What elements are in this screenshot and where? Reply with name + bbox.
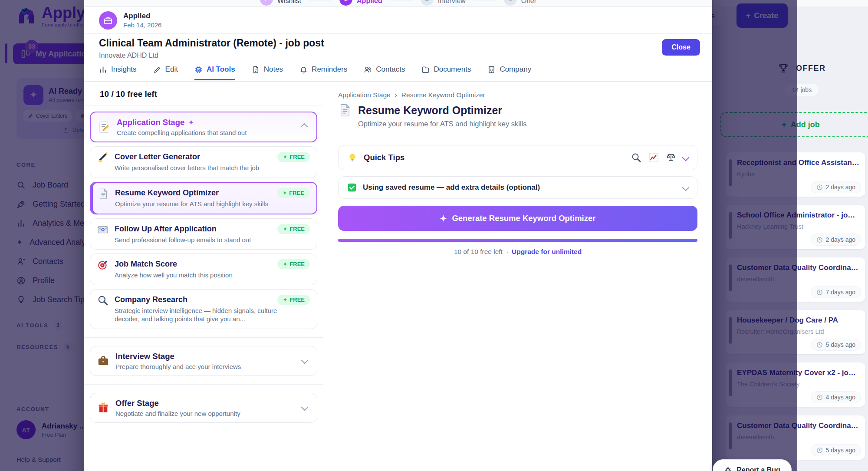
tool-job-match-score[interactable]: Job Match Score ✦FREE Analyze how well y… — [90, 254, 317, 285]
credits-progress-bar — [338, 239, 697, 242]
tool-resume-keyword-optimizer[interactable]: Resume Keyword Optimizer ✦FREE Optimize … — [90, 182, 317, 214]
stage-stepper: ✓ Wishlist 2 Applied 3 Interview 4 Offer — [84, 0, 712, 7]
interview-stage-accordion[interactable]: Interview Stage Prepare thoroughly and a… — [90, 346, 317, 376]
report-bug-button[interactable]: Report a Bug — [713, 459, 792, 471]
tab-contacts[interactable]: Contacts — [364, 65, 405, 79]
step-connector — [390, 0, 413, 0]
users-icon — [364, 66, 372, 74]
app-screen: Applya From apply to offer. 33 My Applic… — [0, 0, 868, 471]
free-badge: ✦FREE — [277, 152, 310, 162]
check-box-icon — [347, 183, 357, 192]
breadcrumb-separator: › — [395, 91, 397, 99]
tool-company-research[interactable]: Company Research ✦FREE Strategic intervi… — [90, 289, 317, 329]
briefcase-icon — [99, 11, 117, 30]
clock-icon — [816, 184, 823, 191]
clock-icon — [816, 342, 823, 348]
page-icon — [98, 188, 109, 199]
upgrade-link[interactable]: Upgrade for unlimited — [512, 248, 582, 256]
step-offer[interactable]: 4 Offer — [504, 0, 536, 3]
balance-scale-icon[interactable] — [666, 152, 676, 163]
sparkles-icon: ✦ — [283, 226, 287, 232]
credits-line: 10 of 10 free left · Upgrade for unlimit… — [338, 248, 697, 256]
bug-icon — [724, 466, 732, 471]
free-badge: ✦FREE — [277, 224, 310, 234]
column-title: OFFER — [796, 64, 826, 73]
pencil-icon — [153, 66, 161, 74]
tool-detail-panel: Application Stage › Resume Keyword Optim… — [323, 82, 712, 471]
tab-insights[interactable]: Insights — [99, 65, 137, 79]
quick-tips-card[interactable]: Quick Tips — [338, 145, 697, 170]
magnifier-icon — [97, 295, 108, 306]
tab-notes[interactable]: Notes — [252, 65, 283, 79]
tab-reminders[interactable]: Reminders — [299, 65, 347, 79]
time-ago-badge: 7 days ago — [811, 286, 861, 298]
application-stage-accordion[interactable]: Application Stage ✦ Create compelling ap… — [90, 112, 317, 142]
step-applied[interactable]: 2 Applied — [339, 0, 382, 3]
generate-button[interactable]: ✦ Generate Resume Keyword Optimizer — [338, 206, 697, 231]
lightbulb-icon — [347, 152, 358, 163]
briefcase-icon — [97, 355, 109, 367]
page-title: Resume Keyword Optimizer — [358, 104, 502, 117]
time-ago-badge: 4 days ago — [811, 391, 861, 403]
step-check-icon: ✓ — [260, 0, 273, 6]
time-ago-badge: 2 days ago — [811, 181, 861, 193]
divider — [84, 384, 323, 385]
tab-documents[interactable]: Documents — [421, 65, 471, 79]
tool-follow-up-after-application[interactable]: Follow Up After Application ✦FREE Send p… — [90, 218, 317, 250]
step-connector — [473, 0, 496, 0]
step-connector — [309, 0, 332, 0]
sparkles-icon: ✦ — [283, 296, 287, 303]
breadcrumb: Application Stage › Resume Keyword Optim… — [338, 91, 697, 99]
status-label: Applied — [123, 12, 161, 20]
bar-chart-icon — [99, 66, 107, 74]
sparkles-icon: ✦ — [282, 190, 287, 196]
sparkles-icon: ✦ — [283, 154, 287, 160]
breadcrumb-tool: Resume Keyword Optimizer — [401, 91, 485, 99]
clock-icon — [816, 447, 823, 454]
tool-cover-letter-generator[interactable]: Cover Letter Generator ✦FREE Write perso… — [90, 146, 317, 178]
tools-panel: 10 / 10 free left Application Stage ✦ Cr… — [84, 82, 323, 471]
divider — [84, 337, 323, 338]
breadcrumb-stage[interactable]: Application Stage — [338, 91, 391, 99]
clock-icon — [816, 394, 823, 401]
status-row: Applied Feb 14, 2026 — [84, 7, 712, 34]
free-badge: ✦FREE — [277, 295, 310, 305]
job-company: Innovate ADHD Ltd — [99, 52, 697, 59]
sparkles-icon: ✦ — [440, 214, 447, 224]
writing-hand-icon — [97, 152, 108, 163]
status-date: Feb 14, 2026 — [123, 21, 161, 29]
tab-ai-tools[interactable]: AI Tools — [194, 65, 235, 80]
email-icon — [97, 224, 108, 235]
chevron-down-icon[interactable] — [682, 184, 690, 191]
building-icon — [487, 66, 496, 74]
offer-stage-accordion[interactable]: Offer Stage Negotiate and finalize your … — [90, 393, 317, 423]
close-button[interactable]: Close — [662, 39, 700, 56]
bell-icon — [299, 66, 308, 74]
free-badge: ✦FREE — [277, 259, 310, 269]
sparkles-icon: ✦ — [283, 261, 287, 267]
magnifier-icon[interactable] — [631, 152, 641, 163]
chart-increasing-icon[interactable] — [648, 152, 659, 163]
step-interview[interactable]: 3 Interview — [421, 0, 466, 3]
step-wishlist[interactable]: ✓ Wishlist — [260, 0, 301, 3]
page-icon — [338, 103, 352, 117]
sparkles-icon: ✦ — [188, 118, 194, 127]
time-ago-badge: 5 days ago — [811, 339, 861, 351]
modal-tabs: Insights Edit AI Tools Notes Reminders C… — [84, 63, 712, 82]
job-title: Clinical Team Administrator (Remote) - j… — [99, 37, 697, 49]
memo-icon — [98, 121, 111, 134]
free-credits-counter: 10 / 10 free left — [84, 82, 323, 105]
modal-titlebar: Clinical Team Administrator (Remote) - j… — [84, 34, 712, 63]
tab-company[interactable]: Company — [487, 65, 531, 79]
file-icon — [252, 66, 260, 74]
tab-edit[interactable]: Edit — [153, 65, 178, 79]
saved-resume-row[interactable]: Using saved resume — add extra details (… — [338, 176, 697, 199]
free-badge: ✦FREE — [277, 188, 309, 198]
folder-icon — [421, 66, 430, 74]
time-ago-badge: 5 days ago — [811, 444, 861, 456]
gift-icon — [97, 402, 109, 414]
divider — [323, 136, 712, 136]
page-subtitle: Optimize your resume for ATS and highlig… — [358, 120, 697, 128]
clock-icon — [816, 289, 823, 296]
chevron-down-icon[interactable] — [682, 154, 690, 161]
